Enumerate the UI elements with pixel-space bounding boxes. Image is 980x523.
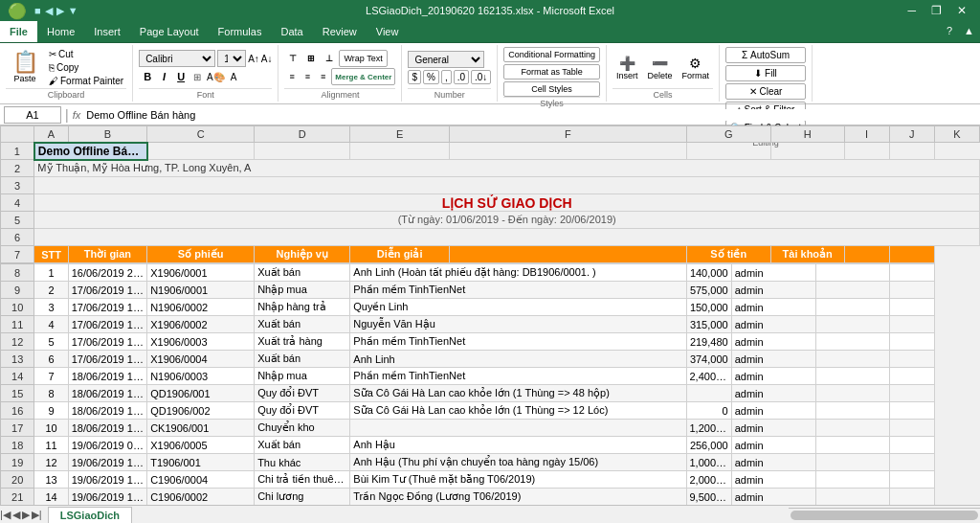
cell-nghiepvu-10[interactable]: Nhập hàng trả: [255, 299, 350, 316]
cell-sotien-17[interactable]: 1,200,000: [686, 420, 731, 437]
cell-nghiepvu-15[interactable]: Quy đổi ĐVT: [255, 385, 350, 402]
cell-taikhoan-12[interactable]: admin: [731, 333, 815, 351]
minimize-btn[interactable]: ─: [902, 4, 922, 17]
cell-time-20[interactable]: 19/06/2019 18:21: [68, 471, 146, 489]
next-sheet-btn[interactable]: ▶: [22, 509, 30, 521]
cell-taikhoan-14[interactable]: admin: [731, 368, 815, 385]
cell-time-14[interactable]: 18/06/2019 14:45: [68, 368, 146, 385]
col-header-e[interactable]: E: [350, 126, 450, 143]
cell-j-12[interactable]: [889, 333, 934, 351]
tab-page-layout[interactable]: Page Layout: [130, 21, 209, 42]
row-header-5[interactable]: 5: [1, 212, 34, 229]
cell-a6[interactable]: [34, 229, 980, 246]
merge-center-button[interactable]: Merge & Center: [331, 68, 395, 85]
cell-j-8[interactable]: [889, 264, 934, 282]
cell-stt-17[interactable]: 10: [34, 420, 68, 437]
cell-f1[interactable]: [450, 143, 687, 160]
cell-nghiepvu-18[interactable]: Xuất bán: [255, 437, 350, 454]
cell-j-20[interactable]: [889, 471, 934, 489]
bold-button[interactable]: B: [139, 68, 156, 85]
cell-diengiai-20[interactable]: Bùi Kim Tư (Thuê mặt bằng T06/2019): [350, 471, 686, 489]
cell-j-19[interactable]: [889, 454, 934, 471]
row-header-3[interactable]: 3: [1, 177, 34, 194]
col-header-i[interactable]: I: [844, 126, 889, 143]
cell-sotien-hdr2[interactable]: Số tiền: [686, 246, 770, 263]
cell-stt-21[interactable]: 14: [34, 489, 68, 506]
row-header-20[interactable]: 20: [1, 471, 34, 489]
row-header-11[interactable]: 11: [1, 316, 34, 333]
cell-j1[interactable]: [889, 143, 934, 160]
cell-stt-12[interactable]: 5: [34, 333, 68, 351]
decrease-decimal-btn[interactable]: .0↓: [471, 70, 491, 84]
cell-j-9[interactable]: [889, 282, 934, 299]
cell-h1[interactable]: [770, 143, 844, 160]
cell-diengiai-19[interactable]: Anh Hậu (Thu phí vận chuyển toa hàng ngà…: [350, 454, 686, 471]
horizontal-scrollbar[interactable]: [789, 508, 980, 522]
cell-phieu-13[interactable]: X1906/0004: [147, 351, 255, 368]
cell-diengiai-10[interactable]: Quyền Linh: [350, 299, 686, 316]
format-button[interactable]: ⚙ Format: [678, 54, 713, 82]
cell-a2[interactable]: Mỹ Thuận, Mỹ Hòa Hưng, TP. Long Xuyên, A: [34, 160, 980, 177]
insert-button[interactable]: ➕ Insert: [612, 54, 642, 82]
cell-sotien-10[interactable]: 150,000: [686, 299, 731, 316]
row-header-9[interactable]: 9: [1, 282, 34, 299]
row-header-1[interactable]: 1: [1, 143, 34, 160]
border-button[interactable]: ⊞: [191, 71, 203, 83]
row-header-6[interactable]: 6: [1, 229, 34, 246]
cut-button[interactable]: ✂ Cut: [46, 48, 126, 60]
cell-phieu-17[interactable]: CK1906/001: [147, 420, 255, 437]
cell-sotien-21[interactable]: 9,500,000: [686, 489, 731, 506]
cell-nghiepvu-12[interactable]: Xuất trả hàng: [255, 333, 350, 351]
col-header-f[interactable]: F: [450, 126, 687, 143]
align-bottom-btn[interactable]: ⊥: [321, 50, 338, 67]
cell-sotien-11[interactable]: 315,000: [686, 316, 731, 333]
cell-sotien-14[interactable]: 2,400,000: [686, 368, 731, 385]
cell-phieu-20[interactable]: C1906/0004: [147, 471, 255, 489]
cell-i-16[interactable]: [816, 402, 890, 420]
cell-time-10[interactable]: 17/06/2019 15:11: [68, 299, 146, 316]
format-painter-button[interactable]: 🖌 Format Painter: [46, 75, 126, 87]
cell-sotien-12[interactable]: 219,480: [686, 333, 731, 351]
fill-color-btn[interactable]: A🎨: [205, 71, 227, 83]
cell-taikhoan-18[interactable]: admin: [731, 437, 815, 454]
cell-i-8[interactable]: [816, 264, 890, 282]
cell-sotien-8[interactable]: 140,000: [686, 264, 731, 282]
cell-styles-button[interactable]: Cell Styles: [503, 81, 600, 97]
cell-a3[interactable]: [34, 177, 980, 194]
cell-nghiepvu-8[interactable]: Xuất bán: [255, 264, 350, 282]
align-left-btn[interactable]: ≡: [284, 68, 299, 85]
name-box[interactable]: [4, 106, 61, 124]
cell-stt-18[interactable]: 11: [34, 437, 68, 454]
row-header-17[interactable]: 17: [1, 420, 34, 437]
last-sheet-btn[interactable]: ▶|: [32, 509, 42, 521]
cell-i-13[interactable]: [816, 351, 890, 368]
cell-nghiepvu-13[interactable]: Xuất bán: [255, 351, 350, 368]
first-sheet-btn[interactable]: |◀: [0, 509, 11, 521]
cell-j-17[interactable]: [889, 420, 934, 437]
cell-i-15[interactable]: [816, 385, 890, 402]
increase-font-btn[interactable]: A↑: [248, 54, 259, 64]
cell-time-13[interactable]: 17/06/2019 16:56: [68, 351, 146, 368]
font-color-btn[interactable]: A: [229, 71, 239, 83]
delete-button[interactable]: ➖ Delete: [643, 54, 676, 82]
cell-j7[interactable]: [889, 246, 934, 263]
cell-stt-20[interactable]: 13: [34, 471, 68, 489]
cell-nghiepvu-9[interactable]: Nhập mua: [255, 282, 350, 299]
cell-phieu-15[interactable]: QD1906/001: [147, 385, 255, 402]
cell-taikhoan-16[interactable]: admin: [731, 402, 815, 420]
prev-sheet-btn[interactable]: ◀: [12, 509, 20, 521]
cell-time-21[interactable]: 19/06/2019 18:21: [68, 489, 146, 506]
cell-time-17[interactable]: 18/06/2019 17:14: [68, 420, 146, 437]
format-as-table-button[interactable]: Format as Table: [503, 64, 600, 80]
cell-g1[interactable]: [686, 143, 770, 160]
cell-phieu-14[interactable]: N1906/0003: [147, 368, 255, 385]
paste-button[interactable]: 📋 Paste: [6, 50, 44, 85]
cell-diengiai-16[interactable]: Sữa Cô Gái Hà Lan cao khỏe lớn (1 Thùng …: [350, 402, 686, 420]
col-header-b[interactable]: B: [68, 126, 147, 143]
copy-button[interactable]: ⎘ Copy: [46, 61, 126, 74]
cell-time-8[interactable]: 16/06/2019 22:59: [68, 264, 146, 282]
row-header-19[interactable]: 19: [1, 454, 34, 471]
cell-sotien-15[interactable]: [686, 385, 731, 402]
align-right-btn[interactable]: ≡: [316, 68, 330, 85]
row-header-14[interactable]: 14: [1, 368, 34, 385]
